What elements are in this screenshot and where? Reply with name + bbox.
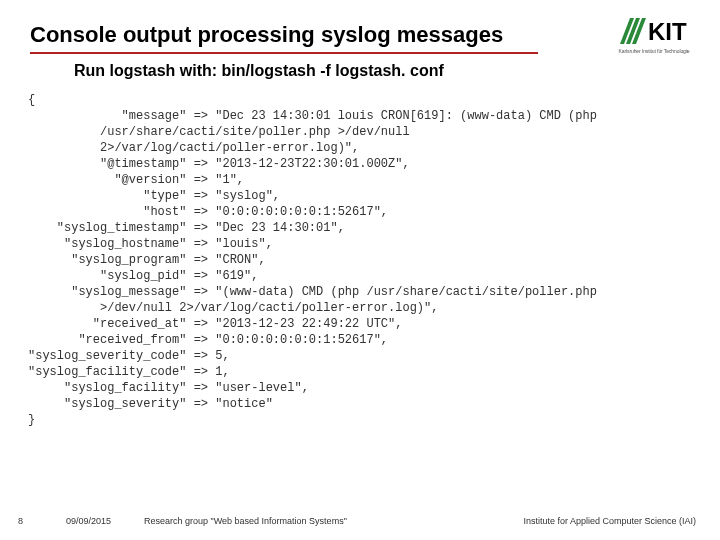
kit-logo: KIT Karlsruher Institut für Technologie xyxy=(612,14,696,54)
slide: Console output processing syslog message… xyxy=(0,0,720,540)
page-title: Console output processing syslog message… xyxy=(30,22,503,48)
footer-group: Research group "Web based Information Sy… xyxy=(144,516,347,526)
title-underline xyxy=(30,52,538,54)
page-number: 8 xyxy=(18,516,23,526)
console-output: { "message" => "Dec 23 14:30:01 louis CR… xyxy=(28,92,692,428)
logo-tagline: Karlsruher Institut für Technologie xyxy=(612,48,696,54)
footer-date: 09/09/2015 xyxy=(66,516,111,526)
kit-logo-icon: KIT xyxy=(618,14,690,46)
subtitle: Run logstash with: bin/logstash -f logst… xyxy=(74,62,444,80)
footer-institute: Institute for Applied Computer Science (… xyxy=(523,516,696,526)
svg-text:KIT: KIT xyxy=(648,18,687,45)
